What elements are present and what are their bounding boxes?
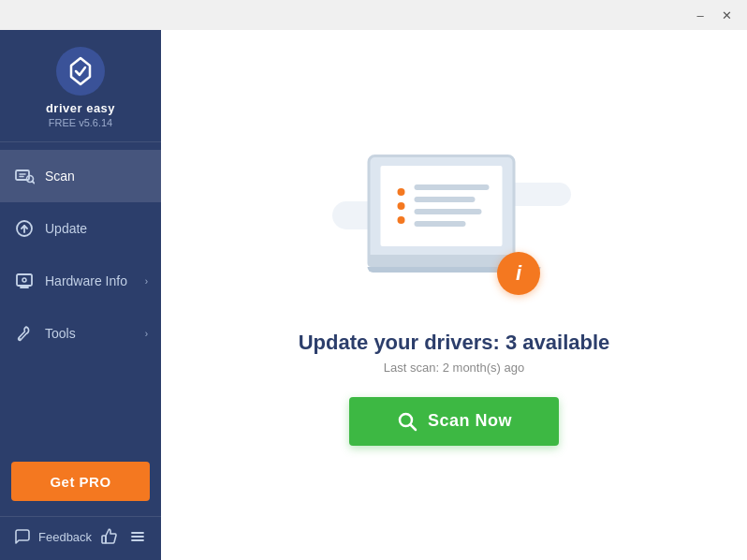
search-icon	[396, 410, 418, 433]
app-version: FREE v5.6.14	[49, 117, 112, 128]
sidebar-item-update-label: Update	[45, 221, 148, 236]
hardware-info-icon	[13, 270, 36, 292]
tools-chevron-icon: ›	[145, 329, 148, 339]
close-button[interactable]: ✕	[713, 5, 740, 25]
app-container: driver easy FREE v5.6.14 Scan	[0, 30, 747, 560]
laptop-screen-outer	[368, 155, 516, 258]
sidebar-item-hardware-info-label: Hardware Info	[45, 273, 145, 288]
last-scan-text: Last scan: 2 month(s) ago	[384, 361, 524, 375]
screen-line-1	[415, 184, 490, 190]
screen-line-3	[415, 209, 482, 214]
get-pro-button[interactable]: Get PRO	[11, 462, 150, 501]
feedback-icon	[13, 527, 32, 546]
sidebar-item-scan[interactable]: Scan	[0, 150, 161, 202]
sidebar-item-hardware-info[interactable]: Hardware Info ›	[0, 255, 161, 307]
screen-dot-1	[398, 188, 405, 196]
svg-line-3	[33, 182, 35, 184]
sidebar-bottom: Feedback	[0, 516, 161, 560]
feedback-label: Feedback	[38, 530, 92, 544]
logo-area: driver easy FREE v5.6.14	[0, 30, 161, 142]
screen-dot-3	[398, 216, 405, 224]
sidebar-item-tools-label: Tools	[45, 326, 145, 341]
sidebar: driver easy FREE v5.6.14 Scan	[0, 30, 161, 560]
laptop-screen-inner	[381, 166, 503, 246]
sidebar-item-tools[interactable]: Tools ›	[0, 307, 161, 360]
svg-point-12	[19, 338, 21, 340]
minimize-button[interactable]: –	[687, 5, 713, 25]
svg-rect-8	[17, 274, 32, 286]
list-icon[interactable]	[127, 526, 148, 547]
thumbs-up-icon[interactable]	[99, 526, 120, 547]
svg-rect-13	[102, 536, 106, 543]
screen-dot-2	[398, 202, 405, 210]
scan-now-button[interactable]: Scan Now	[349, 397, 559, 446]
title-bar: – ✕	[0, 0, 747, 30]
scan-now-label: Scan Now	[428, 411, 512, 431]
app-logo-icon	[56, 47, 105, 96]
svg-line-18	[410, 424, 416, 430]
hardware-info-chevron-icon: ›	[145, 276, 148, 287]
app-name: driver easy	[46, 101, 115, 115]
screen-lines	[415, 184, 495, 227]
svg-point-11	[22, 278, 26, 282]
svg-point-0	[56, 47, 105, 96]
info-badge: i	[497, 252, 540, 295]
update-icon	[13, 217, 36, 240]
screen-line-2	[415, 197, 476, 202]
main-headline: Update your drivers: 3 available	[299, 331, 610, 355]
feedback-item[interactable]: Feedback	[13, 527, 92, 546]
sidebar-item-scan-label: Scan	[45, 169, 148, 184]
tools-icon	[13, 322, 36, 345]
nav-menu: Scan Update	[0, 142, 161, 452]
screen-line-4	[415, 221, 466, 227]
sidebar-item-update[interactable]: Update	[0, 202, 161, 255]
illustration: i	[323, 145, 585, 314]
screen-dots	[398, 188, 405, 224]
main-content: i Update your drivers: 3 available Last …	[161, 30, 747, 560]
scan-icon	[13, 165, 36, 187]
